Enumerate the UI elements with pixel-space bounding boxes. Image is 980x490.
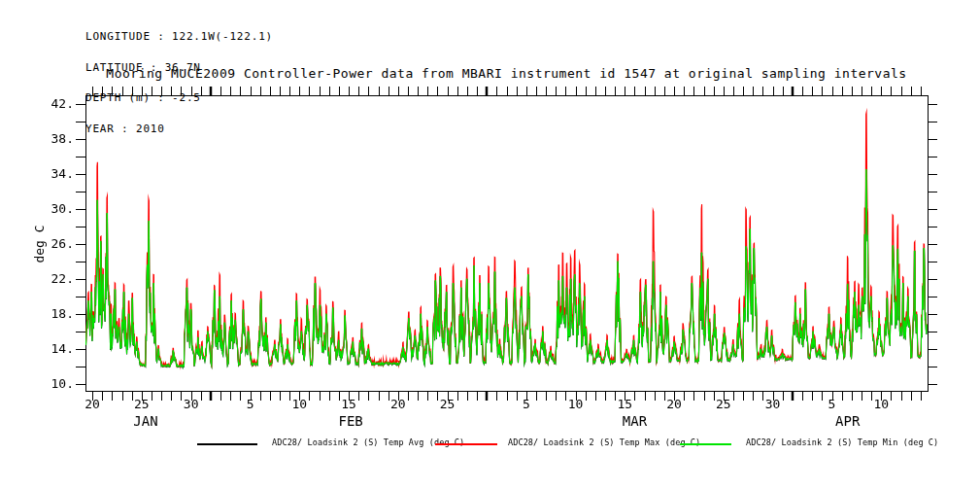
plot-page: LONGITUDE : 122.1W(-122.1) LATITUDE : 36…: [0, 0, 980, 490]
temperature-time-series-chart: [0, 0, 980, 490]
